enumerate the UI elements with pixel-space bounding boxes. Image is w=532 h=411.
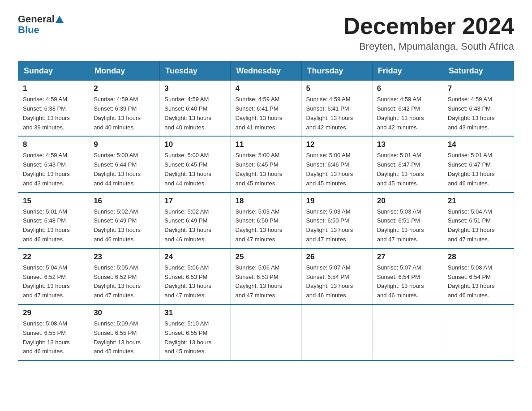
day-info: Sunrise: 5:07 AM Sunset: 6:54 PM Dayligh… (377, 263, 438, 300)
day-info: Sunrise: 5:03 AM Sunset: 6:50 PM Dayligh… (235, 207, 296, 244)
calendar-cell: 27 Sunrise: 5:07 AM Sunset: 6:54 PM Dayl… (372, 248, 443, 304)
day-number: 5 (306, 84, 368, 93)
day-info: Sunrise: 5:02 AM Sunset: 6:49 PM Dayligh… (94, 207, 155, 244)
calendar-cell: 8 Sunrise: 4:59 AM Sunset: 6:43 PM Dayli… (18, 136, 89, 192)
day-number: 19 (306, 197, 368, 206)
col-friday: Friday (372, 62, 443, 81)
day-info: Sunrise: 5:03 AM Sunset: 6:51 PM Dayligh… (377, 207, 438, 244)
day-number: 9 (94, 140, 155, 149)
calendar-cell (231, 304, 301, 360)
calendar-cell: 14 Sunrise: 5:01 AM Sunset: 6:47 PM Dayl… (443, 136, 514, 192)
day-number: 3 (164, 84, 226, 93)
calendar-cell: 7 Sunrise: 4:59 AM Sunset: 6:43 PM Dayli… (443, 81, 514, 137)
location-subtitle: Breyten, Mpumalanga, South Africa (343, 41, 514, 52)
logo: General Blue (18, 13, 64, 36)
calendar-cell (443, 304, 514, 360)
calendar-table: Sunday Monday Tuesday Wednesday Thursday… (18, 61, 514, 361)
day-number: 25 (235, 253, 296, 261)
calendar-week-row: 29 Sunrise: 5:08 AM Sunset: 6:55 PM Dayl… (18, 304, 514, 360)
day-info: Sunrise: 4:59 AM Sunset: 6:38 PM Dayligh… (23, 95, 84, 132)
day-info: Sunrise: 4:59 AM Sunset: 6:41 PM Dayligh… (306, 95, 368, 132)
day-number: 26 (306, 253, 368, 261)
calendar-cell: 19 Sunrise: 5:03 AM Sunset: 6:50 PM Dayl… (301, 193, 372, 248)
col-monday: Monday (89, 62, 160, 81)
day-number: 23 (94, 253, 155, 261)
day-info: Sunrise: 4:59 AM Sunset: 6:39 PM Dayligh… (94, 95, 155, 132)
day-number: 24 (164, 253, 226, 261)
day-info: Sunrise: 5:01 AM Sunset: 6:47 PM Dayligh… (377, 151, 438, 188)
title-block: December 2024 Breyten, Mpumalanga, South… (343, 13, 514, 52)
day-info: Sunrise: 5:04 AM Sunset: 6:51 PM Dayligh… (448, 207, 509, 244)
calendar-cell: 21 Sunrise: 5:04 AM Sunset: 6:51 PM Dayl… (443, 193, 514, 248)
col-tuesday: Tuesday (160, 62, 231, 81)
day-number: 6 (377, 84, 438, 93)
day-number: 16 (94, 197, 155, 206)
day-number: 27 (377, 253, 438, 261)
calendar-week-row: 8 Sunrise: 4:59 AM Sunset: 6:43 PM Dayli… (18, 136, 514, 192)
day-info: Sunrise: 5:03 AM Sunset: 6:50 PM Dayligh… (306, 207, 368, 244)
day-number: 21 (448, 197, 509, 206)
col-wednesday: Wednesday (231, 62, 301, 81)
day-info: Sunrise: 5:09 AM Sunset: 6:55 PM Dayligh… (94, 319, 155, 356)
day-number: 20 (377, 197, 438, 206)
day-info: Sunrise: 5:02 AM Sunset: 6:49 PM Dayligh… (164, 207, 226, 244)
day-info: Sunrise: 4:59 AM Sunset: 6:40 PM Dayligh… (164, 95, 226, 132)
day-number: 7 (448, 84, 509, 93)
calendar-cell: 28 Sunrise: 5:08 AM Sunset: 6:54 PM Dayl… (443, 248, 514, 304)
calendar-cell: 12 Sunrise: 5:00 AM Sunset: 6:46 PM Dayl… (301, 136, 372, 192)
calendar-cell: 9 Sunrise: 5:00 AM Sunset: 6:44 PM Dayli… (89, 136, 160, 192)
calendar-cell: 31 Sunrise: 5:10 AM Sunset: 6:55 PM Dayl… (160, 304, 231, 360)
calendar-cell: 3 Sunrise: 4:59 AM Sunset: 6:40 PM Dayli… (160, 81, 231, 137)
calendar-cell: 18 Sunrise: 5:03 AM Sunset: 6:50 PM Dayl… (231, 193, 301, 248)
calendar-cell: 5 Sunrise: 4:59 AM Sunset: 6:41 PM Dayli… (301, 81, 372, 137)
day-info: Sunrise: 5:07 AM Sunset: 6:54 PM Dayligh… (306, 263, 368, 300)
day-info: Sunrise: 4:59 AM Sunset: 6:43 PM Dayligh… (448, 95, 509, 132)
day-info: Sunrise: 5:10 AM Sunset: 6:55 PM Dayligh… (164, 319, 226, 356)
calendar-cell: 1 Sunrise: 4:59 AM Sunset: 6:38 PM Dayli… (18, 81, 89, 137)
day-info: Sunrise: 5:05 AM Sunset: 6:52 PM Dayligh… (94, 263, 155, 300)
day-info: Sunrise: 5:04 AM Sunset: 6:52 PM Dayligh… (23, 263, 84, 300)
day-info: Sunrise: 5:08 AM Sunset: 6:54 PM Dayligh… (448, 263, 509, 300)
calendar-cell: 16 Sunrise: 5:02 AM Sunset: 6:49 PM Dayl… (89, 193, 160, 248)
day-number: 17 (164, 197, 226, 206)
day-number: 18 (235, 197, 296, 206)
day-info: Sunrise: 4:59 AM Sunset: 6:43 PM Dayligh… (23, 151, 84, 188)
day-number: 15 (23, 197, 84, 206)
day-number: 14 (448, 140, 509, 149)
calendar-cell: 23 Sunrise: 5:05 AM Sunset: 6:52 PM Dayl… (89, 248, 160, 304)
calendar-cell: 15 Sunrise: 5:01 AM Sunset: 6:48 PM Dayl… (18, 193, 89, 248)
col-saturday: Saturday (443, 62, 514, 81)
day-info: Sunrise: 5:00 AM Sunset: 6:45 PM Dayligh… (164, 151, 226, 188)
day-info: Sunrise: 5:06 AM Sunset: 6:53 PM Dayligh… (164, 263, 226, 300)
calendar-cell: 17 Sunrise: 5:02 AM Sunset: 6:49 PM Dayl… (160, 193, 231, 248)
day-number: 29 (23, 308, 84, 317)
logo-blue-text: Blue (18, 24, 39, 36)
col-sunday: Sunday (18, 62, 89, 81)
page-header: General Blue December 2024 Breyten, Mpum… (18, 13, 514, 52)
day-number: 10 (164, 140, 226, 149)
calendar-cell: 13 Sunrise: 5:01 AM Sunset: 6:47 PM Dayl… (372, 136, 443, 192)
day-info: Sunrise: 4:59 AM Sunset: 6:42 PM Dayligh… (377, 95, 438, 132)
calendar-header-row: Sunday Monday Tuesday Wednesday Thursday… (18, 62, 514, 81)
calendar-cell: 29 Sunrise: 5:08 AM Sunset: 6:55 PM Dayl… (18, 304, 89, 360)
calendar-week-row: 22 Sunrise: 5:04 AM Sunset: 6:52 PM Dayl… (18, 248, 514, 304)
day-info: Sunrise: 5:01 AM Sunset: 6:48 PM Dayligh… (23, 207, 84, 244)
calendar-cell: 22 Sunrise: 5:04 AM Sunset: 6:52 PM Dayl… (18, 248, 89, 304)
calendar-week-row: 15 Sunrise: 5:01 AM Sunset: 6:48 PM Dayl… (18, 193, 514, 248)
day-info: Sunrise: 5:00 AM Sunset: 6:46 PM Dayligh… (306, 151, 368, 188)
calendar-cell: 30 Sunrise: 5:09 AM Sunset: 6:55 PM Dayl… (89, 304, 160, 360)
col-thursday: Thursday (301, 62, 372, 81)
month-year-title: December 2024 (343, 13, 514, 39)
calendar-cell: 10 Sunrise: 5:00 AM Sunset: 6:45 PM Dayl… (160, 136, 231, 192)
calendar-cell: 25 Sunrise: 5:06 AM Sunset: 6:53 PM Dayl… (231, 248, 301, 304)
day-number: 22 (23, 253, 84, 261)
day-number: 11 (235, 140, 296, 149)
day-number: 30 (94, 308, 155, 317)
day-number: 28 (448, 253, 509, 261)
day-number: 8 (23, 140, 84, 149)
calendar-cell: 11 Sunrise: 5:00 AM Sunset: 6:45 PM Dayl… (231, 136, 301, 192)
day-info: Sunrise: 5:01 AM Sunset: 6:47 PM Dayligh… (448, 151, 509, 188)
calendar-week-row: 1 Sunrise: 4:59 AM Sunset: 6:38 PM Dayli… (18, 81, 514, 137)
calendar-cell: 20 Sunrise: 5:03 AM Sunset: 6:51 PM Dayl… (372, 193, 443, 248)
calendar-cell: 4 Sunrise: 4:59 AM Sunset: 6:41 PM Dayli… (231, 81, 301, 137)
